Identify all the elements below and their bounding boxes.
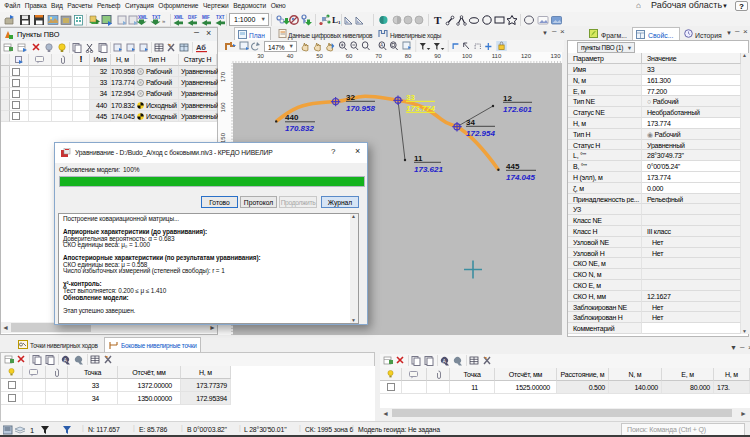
svg-text:30: 30 [257,53,264,59]
svg-text:DXF: DXF [188,15,197,20]
svg-text:120: 120 [521,53,532,59]
svg-text:12: 12 [503,94,512,103]
svg-text:XML: XML [138,15,148,20]
svg-text:172.601: 172.601 [503,105,532,114]
svg-text:A: A [380,42,384,48]
svg-text:MIF: MIF [202,15,210,20]
svg-text:445: 445 [506,162,520,171]
svg-text:70: 70 [375,53,382,59]
svg-text:130: 130 [550,53,561,59]
svg-text:11: 11 [414,154,423,163]
svg-text:110: 110 [492,53,502,59]
svg-text:170.832: 170.832 [285,124,314,133]
svg-text:34: 34 [466,118,475,127]
svg-text:T: T [434,14,442,26]
svg-text:90: 90 [434,53,441,59]
svg-text:174.045: 174.045 [506,173,535,182]
svg-text:32: 32 [346,93,355,102]
svg-text:170.958: 170.958 [346,104,375,113]
svg-text:40: 40 [287,53,294,59]
svg-text:TXT: TXT [152,15,161,20]
svg-text:60: 60 [346,53,353,59]
svg-text:TXT: TXT [216,15,225,20]
svg-text:160: 160 [220,102,226,113]
svg-text:33: 33 [406,93,415,102]
svg-text:173.774: 173.774 [406,104,435,113]
svg-text:XML: XML [174,15,184,20]
svg-text:100: 100 [462,53,473,59]
svg-text:L1: L1 [332,15,341,25]
svg-text:»: » [162,18,166,24]
svg-text:Аб: Аб [196,43,206,52]
svg-text:173.621: 173.621 [414,165,443,174]
svg-text:1: 1 [30,426,34,435]
svg-text:440: 440 [285,113,299,122]
svg-text:50: 50 [316,53,323,59]
svg-text:80: 80 [405,53,412,59]
svg-text:170: 170 [220,71,226,82]
svg-text:172.954: 172.954 [466,129,495,138]
